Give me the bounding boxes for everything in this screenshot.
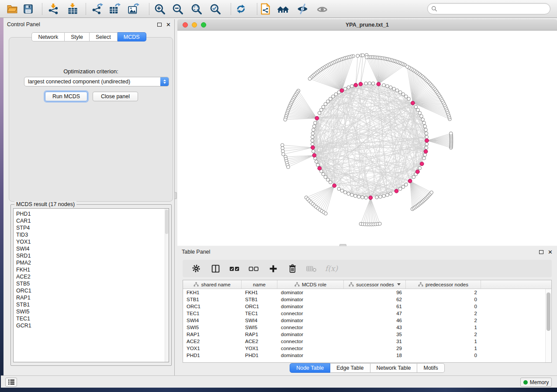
dominator-node[interactable] [315, 116, 319, 120]
memory-button[interactable]: Memory [520, 378, 552, 387]
close-panel-icon[interactable]: ✕ [166, 22, 171, 28]
first-neighbors-icon[interactable] [277, 2, 290, 15]
table-row[interactable]: STB1STB1dominator620 [183, 296, 551, 303]
column-header-predecessor-nodes[interactable]: predecessor nodes [406, 280, 481, 289]
table-row[interactable]: YOX1YOX1connector291 [183, 345, 551, 352]
table-cell: 2 [406, 290, 481, 295]
mcds-result-item[interactable]: FKH1 [14, 266, 169, 273]
search-field[interactable] [427, 3, 550, 14]
settings-gear-icon[interactable] [190, 263, 202, 274]
table-row[interactable]: TEC1TEC1connector472 [183, 310, 551, 317]
mcds-result-item[interactable]: YOX1 [14, 238, 169, 245]
close-panel-icon[interactable]: ✕ [548, 249, 553, 255]
dominator-node[interactable] [354, 83, 358, 87]
table-scrollbar[interactable] [545, 289, 551, 362]
dominator-node[interactable] [359, 82, 363, 86]
dominator-node[interactable] [312, 154, 316, 158]
mcds-result-item[interactable]: ORC1 [14, 287, 169, 294]
network-view[interactable] [177, 31, 557, 246]
deselect-all-checkboxes-icon[interactable] [248, 263, 259, 274]
mcds-result-item[interactable]: RAP1 [14, 294, 169, 301]
mcds-result-list[interactable]: PHD1CAR1STP4TID3YOX1SWI4SRD1PMA2FKH1ACE2… [13, 208, 169, 362]
mcds-result-item[interactable]: STB5 [14, 280, 169, 287]
network-canvas[interactable] [177, 31, 557, 246]
tab-network[interactable]: Network [31, 32, 65, 41]
dominator-node[interactable] [332, 184, 336, 188]
zoom-selected-icon[interactable] [208, 2, 221, 15]
dominator-node[interactable] [415, 170, 419, 174]
mcds-result-item[interactable]: STP4 [14, 224, 169, 231]
splitter-handle-vertical[interactable] [174, 192, 177, 199]
new-network-from-selection-icon[interactable] [259, 2, 272, 15]
mcds-result-item[interactable]: PMA2 [14, 259, 169, 266]
column-header-name[interactable]: name [242, 280, 277, 289]
mcds-result-item[interactable]: SWI5 [14, 308, 169, 315]
export-table-icon[interactable] [108, 2, 121, 15]
column-header-MCDS-role[interactable]: MCDS role [277, 280, 344, 289]
tab-node-table[interactable]: Node Table [290, 363, 330, 373]
mcds-result-item[interactable]: ACE2 [14, 273, 169, 280]
table-row[interactable]: SWI4SWI4dominator462 [183, 317, 551, 324]
mcds-result-item[interactable]: CAR1 [14, 217, 169, 224]
tab-style[interactable]: Style [65, 32, 90, 41]
dominator-node[interactable] [425, 139, 429, 143]
run-mcds-button[interactable]: Run MCDS [45, 92, 87, 101]
dominator-node[interactable] [340, 89, 344, 93]
table-row[interactable]: ORC1ORC1dominator610 [183, 303, 551, 310]
save-session-icon[interactable] [21, 2, 35, 15]
task-history-button[interactable] [5, 378, 17, 387]
import-table-icon[interactable] [66, 2, 79, 15]
search-input[interactable] [437, 4, 550, 13]
dominator-node[interactable] [420, 162, 424, 166]
hide-selected-icon[interactable] [296, 2, 309, 15]
tab-select[interactable]: Select [90, 32, 118, 41]
show-all-icon[interactable] [315, 2, 329, 15]
mcds-result-item[interactable]: SWI4 [14, 245, 169, 252]
dominator-node[interactable] [424, 150, 428, 154]
tab-network-table[interactable]: Network Table [370, 363, 418, 373]
mcds-result-item[interactable]: PHD1 [14, 210, 169, 217]
table-row[interactable]: SWI5SWI5connector431 [183, 324, 551, 331]
mcds-result-item[interactable]: SRD1 [14, 252, 169, 259]
tab-mcds[interactable]: MCDS [118, 32, 146, 41]
dominator-node[interactable] [311, 146, 315, 150]
zoom-in-icon[interactable] [153, 2, 166, 15]
dominator-node[interactable] [377, 82, 381, 86]
delete-column-icon[interactable] [287, 263, 298, 274]
mcds-result-item[interactable]: STB1 [14, 301, 169, 308]
select-all-checkboxes-icon[interactable] [229, 263, 240, 274]
float-panel-icon[interactable] [157, 23, 162, 27]
mcds-result-item[interactable]: TEC1 [14, 315, 169, 322]
dominator-node[interactable] [408, 179, 412, 183]
table-row[interactable]: PHD1PHD1dominator180 [183, 352, 551, 359]
dominator-node[interactable] [318, 166, 322, 170]
export-network-icon[interactable] [90, 2, 104, 15]
apply-layout-icon[interactable] [234, 2, 247, 15]
column-header-successor-nodes[interactable]: successor nodes [344, 280, 406, 289]
column-visibility-icon[interactable] [210, 263, 221, 274]
dominator-node[interactable] [411, 101, 415, 105]
node-table[interactable]: shared namenameMCDS rolesuccessor nodesp… [183, 280, 552, 363]
export-image-icon[interactable] [127, 2, 140, 15]
network-window-titlebar[interactable]: YPA_prune.txt_1 [177, 19, 557, 31]
dominator-node[interactable] [394, 189, 398, 193]
list-scrollbar[interactable] [165, 209, 169, 362]
float-panel-icon[interactable] [539, 250, 543, 254]
criterion-select[interactable]: largest connected component (undirected) [24, 77, 169, 86]
tab-edge-table[interactable]: Edge Table [330, 363, 370, 373]
table-row[interactable]: RAP1RAP1dominator352 [183, 331, 551, 338]
mcds-result-item[interactable]: GCR1 [14, 322, 169, 329]
open-file-icon[interactable] [6, 2, 19, 15]
import-network-icon[interactable] [47, 2, 60, 15]
tab-motifs[interactable]: Motifs [417, 363, 444, 373]
zoom-fit-icon[interactable] [190, 2, 203, 15]
column-header-shared-name[interactable]: shared name [183, 280, 242, 289]
add-column-icon[interactable] [267, 263, 279, 274]
table-scrollbar-thumb[interactable] [547, 292, 550, 331]
close-panel-button[interactable]: Close panel [93, 92, 138, 101]
table-row[interactable]: ACE2ACE2connector311 [183, 338, 551, 345]
dominator-node[interactable] [369, 196, 373, 200]
table-row[interactable]: FKH1FKH1dominator962 [183, 289, 551, 296]
zoom-out-icon[interactable] [171, 2, 184, 15]
mcds-result-item[interactable]: TID3 [14, 231, 169, 238]
